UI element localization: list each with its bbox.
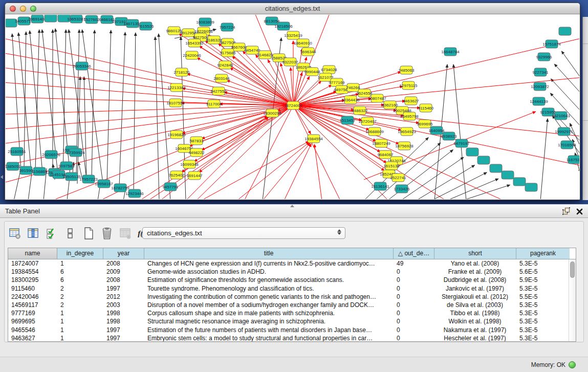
delete-trash-button[interactable]: [100, 227, 114, 240]
graph-node[interactable]: 6479197: [453, 139, 470, 147]
graph-node[interactable]: 13505135: [62, 172, 81, 181]
graph-node[interactable]: 19218506: [274, 22, 293, 30]
graph-node[interactable]: 1696344: [300, 48, 316, 56]
graph-node[interactable]: 8427552: [210, 87, 227, 95]
graph-node[interactable]: 12975115: [400, 81, 418, 90]
network-window-titlebar[interactable]: citations_edges.txt: [5, 3, 580, 14]
graph-node[interactable]: [477, 156, 490, 164]
table-row[interactable]: 2242004622012Investigating the contribut…: [8, 293, 569, 301]
column-header-short[interactable]: short: [434, 248, 516, 259]
graph-node[interactable]: 9699695: [417, 120, 433, 128]
graph-node[interactable]: [45, 15, 57, 22]
graph-node[interactable]: 16136141: [371, 182, 389, 190]
close-window-button[interactable]: [10, 6, 16, 12]
graph-node[interactable]: 12213383: [167, 83, 186, 92]
float-panel-icon[interactable]: [562, 207, 570, 217]
graph-node[interactable]: 19654923: [398, 127, 416, 136]
graph-node[interactable]: 19196825: [167, 130, 186, 139]
graph-node[interactable]: 20206576: [42, 150, 60, 159]
graph-node[interactable]: 16782759: [111, 184, 129, 192]
graph-node[interactable]: 1513457: [339, 116, 356, 124]
graph-node[interactable]: 25160551: [8, 147, 26, 156]
graph-node[interactable]: 9097583: [58, 162, 75, 170]
graph-node[interactable]: 10958167: [95, 180, 113, 188]
graph-node[interactable]: 7957224: [219, 23, 235, 31]
minimize-window-button[interactable]: [20, 6, 26, 12]
graph-node[interactable]: 10688609: [365, 127, 384, 136]
graph-node[interactable]: 9115460: [418, 104, 434, 112]
graph-node[interactable]: [525, 183, 537, 191]
column-header-pagerank[interactable]: pagerank: [516, 248, 570, 259]
graph-node[interactable]: 2718120: [173, 68, 190, 76]
graph-node[interactable]: 9457791: [162, 183, 179, 191]
graph-node[interactable]: 22420046: [183, 51, 201, 59]
graph-node[interactable]: 16099348: [180, 160, 199, 168]
graph-node[interactable]: 6734028: [321, 65, 337, 74]
graph-node[interactable]: 20691406: [28, 15, 47, 23]
graph-node[interactable]: 9329966: [536, 53, 552, 61]
graph-node[interactable]: 587833: [190, 137, 204, 145]
new-document-button[interactable]: [81, 227, 95, 240]
graph-node[interactable]: 17359924: [67, 148, 85, 157]
graph-node[interactable]: 1527602: [83, 15, 100, 24]
graph-node[interactable]: 1691447: [186, 171, 203, 180]
graph-node[interactable]: 1640954: [428, 126, 445, 135]
graph-node[interactable]: 20364436: [341, 96, 360, 104]
column-header-in_degree[interactable]: in_degree: [57, 248, 103, 259]
graph-node[interactable]: [559, 27, 571, 35]
graph-node[interactable]: 15751874: [542, 40, 561, 48]
graph-node[interactable]: 10653287: [67, 15, 85, 23]
table-row[interactable]: 1456911722003Disruption of a novel membe…: [8, 301, 569, 309]
graph-node[interactable]: 19384554: [304, 135, 323, 143]
toggle-rows-button[interactable]: [63, 227, 77, 240]
graph-node[interactable]: 4498222: [188, 148, 205, 157]
close-panel-icon[interactable]: [576, 208, 583, 217]
table-row[interactable]: 946362711997Embryonic stem cells: a mode…: [8, 334, 569, 341]
graph-node[interactable]: 9463627: [403, 97, 419, 105]
table-options-button[interactable]: [8, 227, 21, 240]
graph-node[interactable]: 16210643: [552, 112, 570, 120]
graph-node[interactable]: [513, 178, 526, 186]
table-row[interactable]: 977716911998Corpus callosum shape and si…: [8, 309, 569, 317]
table-row[interactable]: 946554611997Estimation of the future num…: [8, 326, 569, 334]
graph-node[interactable]: 1167531: [567, 156, 579, 164]
table-row[interactable]: 911546021997Tourette syndrome. Phenomeno…: [8, 285, 569, 293]
graph-node[interactable]: 9117004: [206, 100, 222, 108]
graph-node[interactable]: 16648784: [441, 48, 460, 56]
table-row[interactable]: 1830029562008Estimation of significance …: [8, 276, 569, 284]
graph-node[interactable]: 9860125: [166, 27, 182, 35]
graph-node[interactable]: 2803144: [213, 74, 230, 82]
graph-node[interactable]: 26495798: [400, 112, 419, 120]
graph-node[interactable]: 9227341: [532, 68, 549, 76]
graph-node[interactable]: 8938923: [441, 132, 457, 140]
graph-node[interactable]: 9242848: [217, 61, 233, 69]
graph-node[interactable]: 1615132: [383, 162, 400, 170]
graph-node[interactable]: [466, 148, 478, 156]
table-row[interactable]: 969969511998Structural magnetic resonanc…: [8, 317, 569, 325]
graph-node[interactable]: 16083809: [196, 18, 214, 26]
graph-node[interactable]: 10807487: [368, 94, 386, 102]
table-row[interactable]: 1872400712008Changes of HCN gene express…: [8, 259, 569, 268]
graph-node[interactable]: 7615526: [138, 22, 154, 30]
graph-node[interactable]: [490, 164, 502, 172]
network-svg[interactable]: 1405571720691406106532871527602646616110…: [6, 15, 579, 199]
graph-node[interactable]: 7485063: [398, 66, 415, 74]
graph-node[interactable]: 18756928: [395, 142, 413, 150]
graph-node[interactable]: 9990448: [304, 68, 320, 76]
graph-node[interactable]: 18640910: [294, 39, 312, 47]
graph-node[interactable]: 12923446: [125, 189, 144, 198]
graph-node[interactable]: 12093872: [531, 82, 549, 91]
table-scrollbar[interactable]: [569, 259, 576, 341]
show-columns-button[interactable]: [26, 227, 40, 240]
graph-node[interactable]: 2522741: [390, 173, 406, 182]
zoom-window-button[interactable]: [30, 6, 36, 12]
graph-node[interactable]: 19992971: [555, 127, 573, 136]
graph-node[interactable]: [502, 171, 514, 179]
graph-node[interactable]: 1385051: [6, 162, 21, 170]
graph-node[interactable]: 18300295: [263, 109, 281, 117]
graph-node[interactable]: 20053346: [73, 62, 91, 70]
graph-node[interactable]: 18807249: [372, 139, 390, 147]
column-header-out_de[interactable]: △ out_de…: [394, 248, 434, 259]
table-row[interactable]: 1938455462009Genome-wide association stu…: [8, 268, 569, 276]
column-header-name[interactable]: name: [8, 248, 57, 259]
